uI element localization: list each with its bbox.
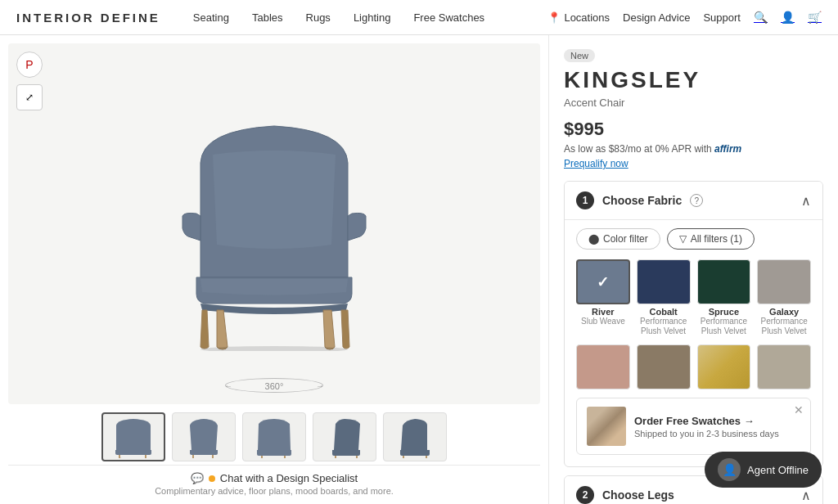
pinterest-icon: P: [25, 58, 33, 71]
account-icon-link[interactable]: 👤: [781, 11, 795, 24]
rotate-right-arrow-icon: →: [316, 381, 324, 390]
fabric-section-number: 1: [576, 191, 594, 209]
fabric-section: 1 Choose Fabric ? ∧ ⬤ Color filter ▽ All…: [564, 181, 823, 467]
thumbnails-row: [8, 404, 540, 465]
thumbnail-5[interactable]: [383, 412, 447, 461]
swatch-color-row2-3: [757, 344, 811, 389]
locations-link[interactable]: 📍 Locations: [547, 11, 610, 24]
new-badge: New: [564, 49, 595, 62]
main-layout: P ⤢: [0, 35, 838, 504]
swatches-grid: ✓ River Slub Weave Cobalt Performance Pl…: [576, 259, 811, 336]
color-filter-icon: ⬤: [588, 233, 599, 245]
swatch-row2-2[interactable]: [697, 344, 751, 389]
fabric-section-label: Choose Fabric: [602, 194, 682, 207]
swatch-color-cobalt: [637, 259, 691, 304]
affirm-line: As low as $83/mo at 0% APR with affirm: [564, 143, 823, 155]
nav-tables[interactable]: Tables: [252, 11, 283, 24]
fabric-section-body: ⬤ Color filter ▽ All filters (1) ✓: [565, 219, 822, 466]
fabric-title-group: 1 Choose Fabric ?: [576, 191, 703, 209]
chat-icon: 💬: [191, 472, 204, 484]
search-icon: 🔍: [754, 11, 768, 24]
thumbnail-4[interactable]: [313, 412, 376, 461]
cart-icon: 🛒: [808, 11, 822, 24]
expand-button[interactable]: ⤢: [16, 84, 43, 110]
legs-section-label: Choose Legs: [602, 488, 674, 502]
rotate-oval[interactable]: ← 360° →: [225, 378, 323, 393]
main-nav: Seating Tables Rugs Lighting Free Swatch…: [193, 11, 548, 24]
account-icon: 👤: [781, 11, 795, 24]
product-price: $995: [564, 119, 823, 140]
nav-seating[interactable]: Seating: [193, 11, 229, 24]
design-advice-link[interactable]: Design Advice: [623, 11, 690, 24]
swatch-color-river: ✓: [576, 259, 630, 304]
legs-chevron-icon: ∧: [801, 488, 811, 503]
swatches-image: [587, 407, 626, 446]
swatch-color-galaxy: [757, 259, 811, 304]
order-swatches-banner: Order Free Swatches → Shipped to you in …: [576, 398, 811, 455]
agent-avatar-icon: 👤: [718, 458, 741, 481]
swatch-check-icon: ✓: [597, 273, 609, 291]
filter-row: ⬤ Color filter ▽ All filters (1): [576, 228, 811, 250]
product-title: KINGSLEY: [564, 67, 823, 93]
header: INTERIOR DEFINE Seating Tables Rugs Ligh…: [0, 0, 838, 35]
expand-icon: ⤢: [25, 92, 34, 103]
thumbnail-3[interactable]: [242, 412, 306, 461]
support-link[interactable]: Support: [703, 11, 741, 24]
order-swatches-text: Order Free Swatches → Shipped to you in …: [634, 415, 800, 439]
nav-free-swatches[interactable]: Free Swatches: [413, 11, 484, 24]
rotate-indicator-area: ← 360° →: [225, 375, 323, 396]
swatch-row2-3[interactable]: [757, 344, 811, 389]
location-pin-icon: 📍: [547, 11, 561, 24]
pinterest-button[interactable]: P: [16, 52, 43, 78]
filter-icon: ▽: [679, 233, 687, 245]
close-banner-button[interactable]: ✕: [794, 403, 804, 416]
fabric-help-icon[interactable]: ?: [690, 194, 703, 207]
nav-lighting[interactable]: Lighting: [354, 11, 391, 24]
swatch-cobalt[interactable]: Cobalt Performance Plush Velvet: [637, 259, 691, 336]
swatches-second-row: [576, 344, 811, 389]
chair-image: [151, 97, 397, 351]
chat-status-dot: [209, 475, 215, 482]
fabric-section-header[interactable]: 1 Choose Fabric ? ∧: [565, 182, 822, 219]
all-filters-button[interactable]: ▽ All filters (1): [667, 228, 755, 250]
agent-badge[interactable]: 👤 Agent Offline: [705, 452, 822, 488]
swatch-color-row2-2: [697, 344, 751, 389]
swatch-spruce[interactable]: Spruce Performance Plush Velvet: [697, 259, 751, 336]
swatch-color-spruce: [697, 259, 751, 304]
chat-subtext: Complimentary advice, floor plans, mood …: [155, 486, 394, 496]
product-image-area: P ⤢: [8, 43, 540, 404]
product-subtitle: Accent Chair: [564, 97, 823, 109]
legs-section-number: 2: [576, 486, 594, 504]
fabric-chevron-icon: ∧: [801, 193, 811, 209]
legs-title-group: 2 Choose Legs: [576, 486, 674, 504]
agent-label: Agent Offline: [747, 464, 809, 476]
chat-bar: 💬 Chat with a Design Specialist Complime…: [8, 465, 540, 496]
header-icons: 📍 Locations Design Advice Support 🔍 👤 🛒: [547, 11, 822, 24]
thumbnail-1[interactable]: [101, 412, 165, 461]
order-swatches-subtitle: Shipped to you in 2-3 business days: [634, 429, 800, 439]
search-icon-link[interactable]: 🔍: [754, 11, 768, 24]
color-filter-button[interactable]: ⬤ Color filter: [576, 228, 660, 250]
swatch-river[interactable]: ✓ River Slub Weave: [576, 259, 630, 336]
thumbnail-2[interactable]: [172, 412, 236, 461]
cart-icon-link[interactable]: 🛒: [808, 11, 822, 24]
order-swatches-title[interactable]: Order Free Swatches →: [634, 415, 800, 427]
nav-rugs[interactable]: Rugs: [306, 11, 331, 24]
swatch-galaxy[interactable]: Galaxy Performance Plush Velvet: [757, 259, 811, 336]
prequalify-link[interactable]: Prequalify now: [564, 158, 628, 169]
logo[interactable]: INTERIOR DEFINE: [16, 11, 160, 25]
product-panel: P ⤢: [0, 35, 548, 504]
swatch-color-row2-1: [637, 344, 691, 389]
swatch-row2-0[interactable]: [576, 344, 630, 389]
rotate-left-arrow-icon: ←: [224, 381, 232, 390]
detail-panel: New KINGSLEY Accent Chair $995 As low as…: [548, 35, 838, 504]
affirm-logo: affirm: [714, 143, 741, 155]
chat-specialist-link[interactable]: 💬 Chat with a Design Specialist: [191, 472, 358, 484]
swatch-color-row2-0: [576, 344, 630, 389]
swatch-row2-1[interactable]: [637, 344, 691, 389]
